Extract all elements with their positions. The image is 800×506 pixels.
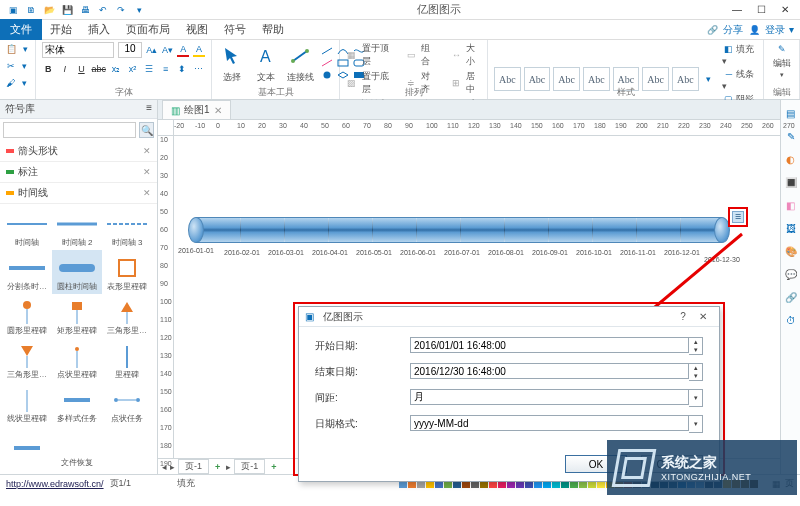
share-label[interactable]: 分享 — [723, 23, 743, 37]
format-painter-icon[interactable]: 🖌 — [6, 76, 16, 90]
symbol-category[interactable]: 时间线✕ — [0, 183, 157, 204]
spacing-icon[interactable]: ⬍ — [176, 62, 189, 76]
group-icon[interactable]: ▭ — [406, 48, 418, 62]
style-rail-icon[interactable]: ◐ — [784, 152, 798, 166]
dropdown-icon[interactable]: ▾ — [689, 389, 703, 407]
font-family-select[interactable]: 宋体 — [42, 42, 114, 58]
spinner-icon[interactable]: ▴▾ — [689, 363, 703, 381]
align-icon[interactable]: ≡ — [159, 62, 172, 76]
bold-icon[interactable]: B — [42, 62, 55, 76]
minimize-button[interactable]: — — [726, 2, 748, 18]
italic-icon[interactable]: I — [59, 62, 72, 76]
print-icon[interactable]: 🖶 — [78, 3, 92, 17]
theme-icon[interactable]: 🔳 — [784, 175, 798, 189]
highlight-icon[interactable]: A — [193, 43, 205, 57]
layers-icon[interactable]: ▤ — [784, 106, 798, 120]
dialog-close-icon[interactable]: ✕ — [693, 311, 713, 322]
date-format-select[interactable] — [410, 415, 689, 431]
shape-pen-icon[interactable] — [320, 58, 334, 68]
dialog-help-icon[interactable]: ? — [673, 311, 693, 322]
start-date-input[interactable] — [410, 337, 689, 353]
clipart-icon[interactable]: 🎨 — [784, 244, 798, 258]
symbol-item[interactable] — [2, 426, 52, 470]
connector-tool[interactable]: 连接线 — [286, 42, 314, 84]
symbol-category[interactable]: 标注✕ — [0, 162, 157, 183]
tab-page-layout[interactable]: 页面布局 — [118, 19, 178, 40]
close-button[interactable]: ✕ — [774, 2, 796, 18]
sub-icon[interactable]: x₂ — [110, 62, 123, 76]
font-color-icon[interactable]: A — [177, 43, 189, 57]
status-url[interactable]: http://www.edrawsoft.cn/ — [6, 479, 104, 489]
document-tab[interactable]: ▥绘图1✕ — [162, 100, 231, 119]
symbol-item[interactable]: 时间轴 2 — [52, 206, 102, 250]
page-tab[interactable]: 页-1 — [234, 459, 265, 474]
symbol-item[interactable]: 线状里程碑 — [2, 382, 52, 426]
bring-front-icon[interactable]: ▦ — [346, 48, 358, 62]
tab-home[interactable]: 开始 — [42, 19, 80, 40]
symbol-item[interactable]: 三角形里… — [2, 338, 52, 382]
symbol-item[interactable]: 里程碑 — [102, 338, 152, 382]
symbol-item-selected[interactable]: 圆柱时间轴 — [52, 250, 102, 294]
font-size-select[interactable]: 10 — [118, 42, 142, 58]
drawing-canvas[interactable]: www.pc.home.NET 2016-01-01 2016-02-01201… — [174, 136, 780, 458]
dropdown-icon[interactable]: ▾ — [689, 415, 703, 433]
cut-dropdown-icon[interactable]: ▾ — [20, 59, 30, 73]
close-icon[interactable]: ✕ — [143, 167, 151, 177]
tab-view[interactable]: 视图 — [178, 19, 216, 40]
new-icon[interactable]: 🗎 — [24, 3, 38, 17]
tab-symbol[interactable]: 符号 — [216, 19, 254, 40]
paste-dropdown-icon[interactable]: ▾ — [21, 42, 29, 56]
strike-icon[interactable]: abc — [92, 62, 106, 76]
edit-button[interactable]: ✎ 编辑 ▾ — [770, 42, 793, 79]
comment-icon[interactable]: 💬 — [784, 267, 798, 281]
tab-insert[interactable]: 插入 — [80, 19, 118, 40]
open-icon[interactable]: 📂 — [42, 3, 56, 17]
size-icon[interactable]: ↔ — [451, 48, 463, 62]
decrease-font-icon[interactable]: A▾ — [162, 43, 174, 57]
sup-icon[interactable]: x² — [126, 62, 139, 76]
style-more-icon[interactable]: ▾ — [702, 72, 715, 86]
close-icon[interactable]: ✕ — [214, 105, 222, 116]
login-dropdown-icon[interactable]: ▾ — [789, 24, 794, 35]
search-icon[interactable]: 🔍 — [139, 122, 154, 138]
maximize-button[interactable]: ☐ — [750, 2, 772, 18]
history-icon[interactable]: ⏱ — [784, 313, 798, 327]
paste-icon[interactable]: 📋 — [6, 42, 17, 56]
panel-menu-icon[interactable]: ≡ — [146, 102, 152, 116]
qat-dropdown-icon[interactable]: ▾ — [132, 3, 146, 17]
share-icon[interactable]: 🔗 — [705, 23, 719, 37]
symbol-item[interactable]: 点状里程碑 — [52, 338, 102, 382]
add-page-icon[interactable]: + — [212, 462, 223, 472]
spinner-icon[interactable]: ▴▾ — [689, 337, 703, 355]
user-icon[interactable]: 👤 — [747, 23, 761, 37]
symbol-item[interactable]: 时间轴 3 — [102, 206, 152, 250]
symbol-item[interactable]: 分割条时… — [2, 250, 52, 294]
symbol-item[interactable]: 三角形里… — [102, 294, 152, 338]
interval-select[interactable] — [410, 389, 689, 405]
more-font-icon[interactable]: ⋯ — [193, 62, 206, 76]
page-nav-icon[interactable]: ▸ — [226, 462, 231, 472]
shape-circle-icon[interactable] — [320, 70, 334, 80]
symbol-item[interactable]: 圆形里程碑 — [2, 294, 52, 338]
redo-icon[interactable]: ↷ — [114, 3, 128, 17]
symbol-item[interactable]: 表形里程碑 — [102, 250, 152, 294]
colors-icon[interactable]: ◧ — [784, 198, 798, 212]
underline-icon[interactable]: U — [75, 62, 88, 76]
symbol-search-input[interactable] — [3, 122, 136, 138]
add-page-icon[interactable]: + — [268, 462, 279, 472]
shape-line-icon[interactable] — [320, 46, 334, 56]
increase-font-icon[interactable]: A▴ — [146, 43, 158, 57]
page-tab[interactable]: 页-1 — [178, 459, 209, 474]
format-icon[interactable]: ✎ — [784, 129, 798, 143]
close-icon[interactable]: ✕ — [143, 146, 151, 156]
save-icon[interactable]: 💾 — [60, 3, 74, 17]
text-tool[interactable]: A 文本 — [252, 42, 280, 84]
end-date-input[interactable] — [410, 363, 689, 379]
symbol-item[interactable]: 点状任务 — [102, 382, 152, 426]
symbol-item[interactable]: 时间轴 — [2, 206, 52, 250]
symbol-item[interactable]: 文件恢复 — [52, 426, 102, 470]
login-label[interactable]: 登录 — [765, 23, 785, 37]
bullets-icon[interactable]: ☰ — [143, 62, 156, 76]
symbol-item[interactable]: 多样式任务 — [52, 382, 102, 426]
hyperlink-icon[interactable]: 🔗 — [784, 290, 798, 304]
